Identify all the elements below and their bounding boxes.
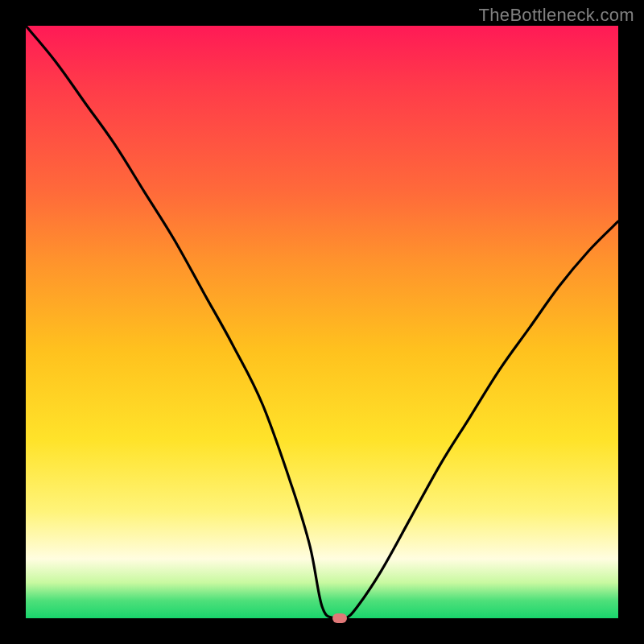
curve-svg	[26, 26, 618, 618]
chart-frame: TheBottleneck.com	[0, 0, 644, 644]
minimum-marker	[332, 613, 347, 623]
plot-area	[26, 26, 618, 618]
bottleneck-curve	[26, 26, 618, 620]
watermark-text: TheBottleneck.com	[479, 5, 634, 26]
